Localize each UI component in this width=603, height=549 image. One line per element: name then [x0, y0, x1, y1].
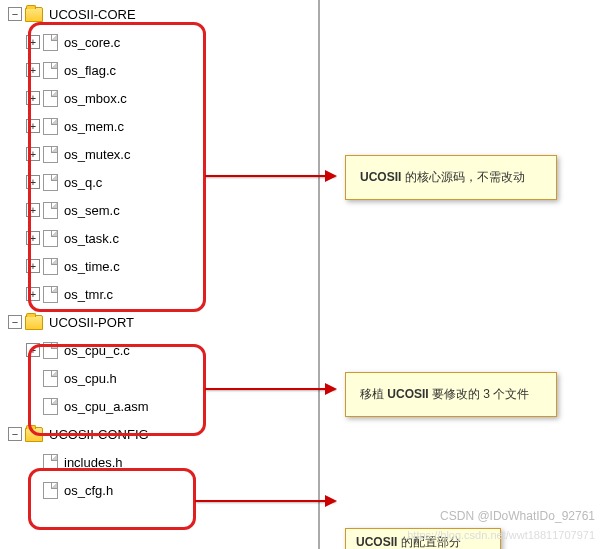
folder-label: UCOSII-CORE — [49, 7, 136, 22]
tree-folder-config[interactable]: − UCOSII-CONFIG — [0, 420, 318, 448]
tree-file[interactable]: includes.h — [0, 448, 318, 476]
folder-icon — [25, 7, 43, 22]
file-label: os_core.c — [64, 35, 120, 50]
tree-file[interactable]: + os_mbox.c — [0, 84, 318, 112]
expand-icon[interactable]: + — [26, 119, 40, 133]
collapse-icon[interactable]: − — [8, 315, 22, 329]
arrow-icon — [195, 500, 335, 502]
tree-folder-core[interactable]: − UCOSII-CORE — [0, 0, 318, 28]
file-label: os_tmr.c — [64, 287, 113, 302]
expand-icon[interactable]: + — [26, 63, 40, 77]
file-label: os_q.c — [64, 175, 102, 190]
file-label: os_task.c — [64, 231, 119, 246]
file-icon — [43, 62, 58, 79]
file-label: os_cfg.h — [64, 483, 113, 498]
folder-icon — [25, 427, 43, 442]
file-icon — [43, 370, 58, 387]
folder-icon — [25, 315, 43, 330]
file-icon — [43, 342, 58, 359]
expand-icon[interactable]: + — [26, 343, 40, 357]
expand-icon[interactable]: + — [26, 231, 40, 245]
watermark-url: https://blog.csdn.net/wwt18811707971 — [407, 529, 595, 541]
file-label: os_sem.c — [64, 203, 120, 218]
file-icon — [43, 146, 58, 163]
file-icon — [43, 118, 58, 135]
annotation-note-core: UCOSII 的核心源码，不需改动 — [345, 155, 557, 200]
file-icon — [43, 286, 58, 303]
tree-file[interactable]: + os_task.c — [0, 224, 318, 252]
tree-folder-port[interactable]: − UCOSII-PORT — [0, 308, 318, 336]
expand-icon[interactable]: + — [26, 287, 40, 301]
folder-label: UCOSII-PORT — [49, 315, 134, 330]
file-label: os_mbox.c — [64, 91, 127, 106]
file-icon — [43, 454, 58, 471]
expand-icon[interactable]: + — [26, 35, 40, 49]
file-label: os_flag.c — [64, 63, 116, 78]
file-icon — [43, 258, 58, 275]
file-tree-panel: − UCOSII-CORE + os_core.c + os_flag.c + … — [0, 0, 320, 549]
note-text: 要修改的 3 个文件 — [429, 387, 530, 401]
file-icon — [43, 90, 58, 107]
arrow-icon — [205, 175, 335, 177]
file-label: includes.h — [64, 455, 123, 470]
expand-icon[interactable]: + — [26, 203, 40, 217]
file-label: os_time.c — [64, 259, 120, 274]
file-icon — [43, 482, 58, 499]
tree-file[interactable]: + os_flag.c — [0, 56, 318, 84]
tree-file[interactable]: + os_sem.c — [0, 196, 318, 224]
expand-icon[interactable]: + — [26, 147, 40, 161]
tree-file[interactable]: + os_mutex.c — [0, 140, 318, 168]
folder-label: UCOSII-CONFIG — [49, 427, 149, 442]
file-label: os_mutex.c — [64, 147, 130, 162]
collapse-icon[interactable]: − — [8, 7, 22, 21]
tree-file[interactable]: + os_core.c — [0, 28, 318, 56]
file-label: os_mem.c — [64, 119, 124, 134]
file-label: os_cpu_a.asm — [64, 399, 149, 414]
file-icon — [43, 202, 58, 219]
file-label: os_cpu.h — [64, 371, 117, 386]
tree-file[interactable]: + os_cpu_c.c — [0, 336, 318, 364]
tree-file[interactable]: + os_q.c — [0, 168, 318, 196]
tree-file[interactable]: + os_time.c — [0, 252, 318, 280]
tree-file[interactable]: + os_tmr.c — [0, 280, 318, 308]
file-icon — [43, 398, 58, 415]
note-text: UCOSII — [356, 535, 397, 549]
annotation-note-port: 移植 UCOSII 要修改的 3 个文件 — [345, 372, 557, 417]
note-text: 的核心源码，不需改动 — [401, 170, 524, 184]
tree-file[interactable]: os_cpu_a.asm — [0, 392, 318, 420]
watermark-text: CSDN @IDoWhatIDo_92761 — [440, 509, 595, 523]
file-icon — [43, 34, 58, 51]
note-text: 移植 — [360, 387, 387, 401]
arrow-icon — [205, 388, 335, 390]
expand-icon[interactable]: + — [26, 259, 40, 273]
file-icon — [43, 174, 58, 191]
tree-file[interactable]: + os_mem.c — [0, 112, 318, 140]
file-label: os_cpu_c.c — [64, 343, 130, 358]
note-text: UCOSII — [360, 170, 401, 184]
file-icon — [43, 230, 58, 247]
expand-icon[interactable]: + — [26, 91, 40, 105]
note-text: UCOSII — [387, 387, 428, 401]
expand-icon[interactable]: + — [26, 175, 40, 189]
collapse-icon[interactable]: − — [8, 427, 22, 441]
